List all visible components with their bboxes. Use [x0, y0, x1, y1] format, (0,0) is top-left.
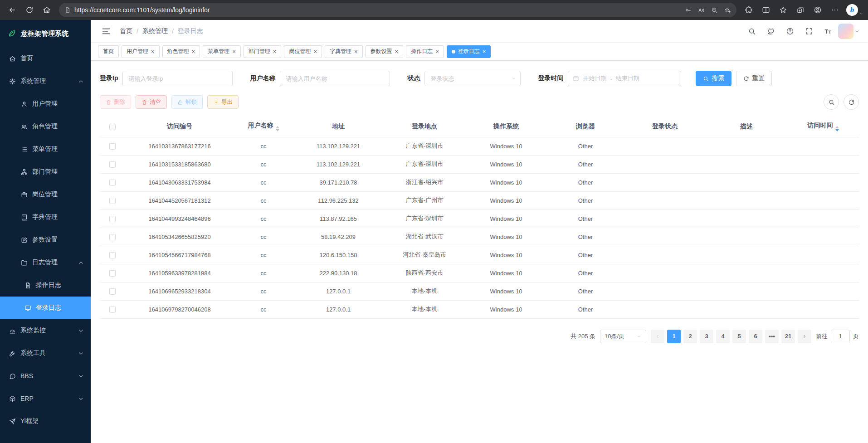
help-button[interactable] [783, 24, 797, 39]
row-checkbox[interactable] [109, 270, 116, 277]
close-tab-icon[interactable]: × [232, 49, 236, 54]
chevron-down-icon[interactable] [859, 11, 863, 16]
row-checkbox[interactable] [109, 252, 116, 258]
sidebar-item-11[interactable]: 登录日志 [0, 297, 91, 319]
text-size-button[interactable] [821, 24, 835, 39]
next-page-button[interactable] [798, 330, 811, 343]
sort-carets-icon[interactable] [276, 126, 279, 131]
row-checkbox[interactable] [109, 307, 116, 313]
row-checkbox[interactable] [109, 161, 116, 168]
close-tab-icon[interactable]: × [192, 49, 195, 54]
sidebar-item-2[interactable]: 用户管理 [0, 92, 91, 115]
tab-4[interactable]: 部门管理× [244, 45, 282, 58]
sidebar-item-10[interactable]: 操作日志 [0, 274, 91, 297]
row-checkbox[interactable] [109, 216, 116, 222]
extensions-button[interactable] [741, 2, 756, 18]
close-tab-icon[interactable]: × [354, 49, 358, 54]
sort-desc-icon[interactable] [835, 129, 839, 131]
refresh-button[interactable] [22, 2, 37, 18]
back-button[interactable] [5, 2, 20, 18]
search-button[interactable] [824, 94, 839, 110]
fullscreen-button[interactable] [802, 24, 816, 39]
select-all-checkbox[interactable] [109, 124, 116, 130]
sidebar-item-13[interactable]: 系统工具 [0, 342, 91, 365]
row-checkbox[interactable] [109, 180, 116, 186]
row-checkbox[interactable] [109, 143, 116, 150]
breadcrumb-item[interactable]: 首页 [120, 27, 132, 35]
tab-8[interactable]: 操作日志× [406, 45, 444, 58]
home-button[interactable] [39, 2, 54, 18]
split-screen-button[interactable] [758, 2, 774, 18]
start-date-placeholder[interactable]: 开始日期 [583, 74, 606, 83]
sort-asc-icon[interactable] [276, 126, 279, 128]
avatar-menu-button[interactable] [854, 29, 860, 34]
sidebar-item-4[interactable]: 菜单管理 [0, 138, 91, 161]
row-checkbox[interactable] [109, 198, 116, 204]
github-button[interactable] [764, 24, 778, 39]
close-tab-icon[interactable]: × [273, 49, 277, 54]
tab-9[interactable]: 登录日志× [447, 45, 491, 58]
sort-carets-icon[interactable] [835, 126, 839, 131]
tab-3[interactable]: 菜单管理× [203, 45, 241, 58]
page-button-3[interactable]: 3 [700, 330, 713, 343]
search-button[interactable] [745, 24, 759, 39]
column-header[interactable]: 访问时间 [787, 116, 859, 137]
sidebar-item-3[interactable]: 角色管理 [0, 115, 91, 138]
sidebar-item-9[interactable]: 日志管理 [0, 251, 91, 274]
url-bar[interactable]: https://ccnetcore.com:1101/system/log/lo… [59, 3, 736, 17]
collections-button[interactable] [793, 2, 808, 18]
tab-6[interactable]: 字典管理× [325, 45, 363, 58]
close-tab-icon[interactable]: × [483, 49, 486, 54]
search-button[interactable]: 搜索 [696, 71, 731, 86]
clear-button[interactable]: 清空 [136, 95, 167, 109]
end-date-placeholder[interactable]: 结束日期 [616, 74, 639, 83]
date-range-picker[interactable]: 开始日期 - 结束日期 [568, 71, 681, 86]
close-tab-icon[interactable]: × [151, 49, 155, 54]
sort-asc-icon[interactable] [835, 126, 839, 128]
close-tab-icon[interactable]: × [395, 49, 399, 54]
sidebar-item-8[interactable]: 参数设置 [0, 229, 91, 251]
zoom-out-button[interactable] [711, 7, 718, 14]
pages-ellipsis-button[interactable]: ••• [765, 330, 779, 343]
sidebar-item-0[interactable]: 首页 [0, 47, 91, 70]
page-button-6[interactable]: 6 [749, 330, 762, 343]
row-checkbox[interactable] [109, 234, 116, 240]
profile-button[interactable] [810, 2, 825, 18]
tab-1[interactable]: 用户管理× [122, 45, 160, 58]
page-button-4[interactable]: 4 [716, 330, 730, 343]
bing-button[interactable]: b [846, 4, 863, 16]
sidebar-item-14[interactable]: BBS [0, 365, 91, 387]
sidebar-item-15[interactable]: ERP [0, 387, 91, 410]
username-input[interactable] [280, 71, 390, 86]
url-text[interactable]: https://ccnetcore.com:1101/system/log/lo… [74, 6, 681, 14]
read-aloud-button[interactable] [698, 7, 705, 14]
tab-5[interactable]: 岗位管理× [284, 45, 322, 58]
sidebar-item-12[interactable]: 系统监控 [0, 319, 91, 342]
refresh-button[interactable] [844, 94, 859, 110]
page-size-select[interactable]: 10条/页 [600, 330, 646, 343]
user-avatar[interactable] [838, 24, 853, 39]
page-button-5[interactable]: 5 [732, 330, 746, 343]
page-button-1[interactable]: 1 [667, 330, 681, 343]
sort-desc-icon[interactable] [276, 129, 279, 131]
column-header[interactable]: 用户名称 [234, 116, 293, 137]
tab-2[interactable]: 角色管理× [162, 45, 200, 58]
status-select-value[interactable] [424, 71, 521, 86]
sidebar-item-6[interactable]: 岗位管理 [0, 183, 91, 206]
more-button[interactable] [827, 2, 843, 18]
favorites-bar-button[interactable] [775, 2, 791, 18]
sidebar-item-5[interactable]: 部门管理 [0, 161, 91, 183]
breadcrumb-item[interactable]: 系统管理 [142, 27, 168, 35]
sidebar-item-16[interactable]: Yi框架 [0, 410, 91, 433]
goto-page-input[interactable] [831, 330, 850, 343]
page-button-21[interactable]: 21 [781, 330, 795, 343]
close-tab-icon[interactable]: × [313, 49, 317, 54]
prev-page-button[interactable] [651, 330, 664, 343]
key-button[interactable] [685, 7, 692, 14]
sidebar-toggle-button[interactable] [99, 24, 113, 39]
favorites-add-button[interactable] [724, 7, 731, 14]
row-checkbox[interactable] [109, 288, 116, 295]
sidebar-item-7[interactable]: 字典管理 [0, 206, 91, 229]
tab-7[interactable]: 参数设置× [366, 45, 404, 58]
tab-0[interactable]: 首页 [98, 45, 119, 58]
